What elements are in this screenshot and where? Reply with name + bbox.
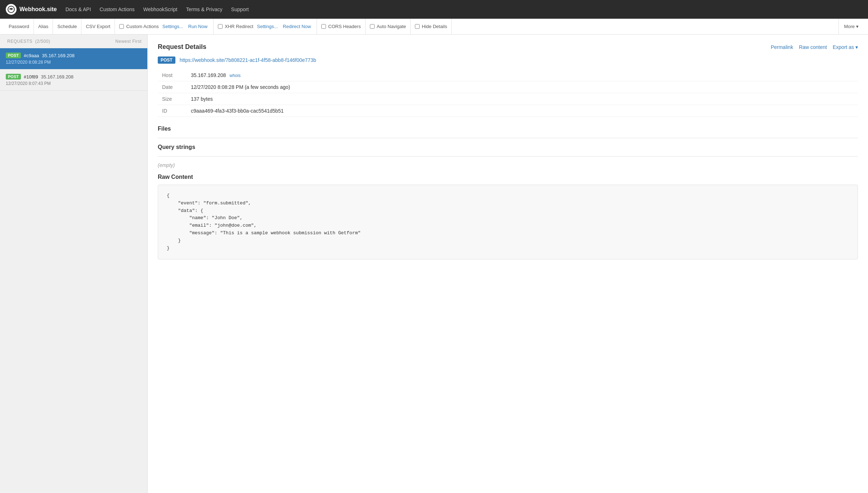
hide-details-checkbox[interactable] <box>415 24 420 29</box>
request-ip: 35.167.169.208 <box>41 74 73 80</box>
toolbar-custom-actions[interactable]: Custom Actions Settings... Run Now <box>115 19 214 34</box>
request-time: 12/27/2020 8:08:28 PM <box>6 60 142 65</box>
detail-table: Host 35.167.169.208 whois Date 12/27/202… <box>158 69 858 117</box>
size-label: Size <box>158 93 187 105</box>
permalink-link[interactable]: Permalink <box>771 44 793 50</box>
query-strings-title: Query strings <box>158 144 858 150</box>
main-layout: REQUESTS (2/500) Newest First POST #c9aa… <box>0 35 868 493</box>
toolbar-auto-navigate[interactable]: Auto Navigate <box>366 19 411 34</box>
date-label: Date <box>158 81 187 93</box>
request-id: #10f89 <box>24 74 38 80</box>
nav-docs-api[interactable]: Docs & API <box>66 6 91 12</box>
toolbar-xhr-redirect[interactable]: XHR Redirect Settings... Redirect Now <box>214 19 317 34</box>
export-as-link[interactable]: Export as ▾ <box>833 44 858 50</box>
method-badge: POST <box>6 74 21 80</box>
toolbar-cors-headers[interactable]: CORS Headers <box>317 19 365 34</box>
toolbar-csv-export[interactable]: CSV Export <box>81 19 115 34</box>
request-details-title: Request Details <box>158 43 206 51</box>
xhr-redirect-now[interactable]: Redirect Now <box>281 24 312 29</box>
logo-text: Webhook.site <box>19 6 57 13</box>
table-row: ID c9aaa469-4fa3-43f3-bb0a-cac5541d5b51 <box>158 105 858 117</box>
logo-link[interactable]: Webhook.site <box>6 4 57 15</box>
host-value: 35.167.169.208 <box>191 72 226 78</box>
table-row: Size 137 bytes <box>158 93 858 105</box>
request-item[interactable]: POST #c9aaa 35.167.169.208 12/27/2020 8:… <box>0 48 147 69</box>
toolbar-schedule[interactable]: Schedule <box>53 19 81 34</box>
chevron-down-icon: ▾ <box>856 24 859 29</box>
request-details-header: Request Details Permalink Raw content Ex… <box>158 43 858 51</box>
request-time: 12/27/2020 8:07:43 PM <box>6 81 142 86</box>
header-actions: Permalink Raw content Export as ▾ <box>771 44 858 50</box>
top-nav: Webhook.site Docs & API Custom Actions W… <box>0 0 868 19</box>
size-value: 137 bytes <box>187 93 858 105</box>
id-value: c9aaa469-4fa3-43f3-bb0a-cac5541d5b51 <box>187 105 858 117</box>
method-badge: POST <box>6 53 21 58</box>
raw-content-body: { "event": "form.submitted", "data": { "… <box>158 185 858 259</box>
nav-terms-privacy[interactable]: Terms & Privacy <box>186 6 222 12</box>
date-value: 12/27/2020 8:08:28 PM (a few seconds ago… <box>187 81 858 93</box>
raw-content-link[interactable]: Raw content <box>799 44 827 50</box>
cors-headers-checkbox[interactable] <box>321 24 326 29</box>
table-row: Date 12/27/2020 8:08:28 PM (a few second… <box>158 81 858 93</box>
auto-navigate-checkbox[interactable] <box>370 24 375 29</box>
custom-actions-run-now[interactable]: Run Now <box>187 24 209 29</box>
request-url[interactable]: https://webhook.site/7b808221-ac1f-4f58-… <box>180 57 316 63</box>
request-id: #c9aaa <box>24 53 39 58</box>
content-area: Request Details Permalink Raw content Ex… <box>148 35 868 493</box>
query-strings-divider <box>158 156 858 157</box>
svg-point-1 <box>10 9 12 10</box>
request-item-top: POST #10f89 35.167.169.208 <box>6 74 142 80</box>
request-ip: 35.167.169.208 <box>42 53 75 58</box>
sidebar-header: REQUESTS (2/500) Newest First <box>0 35 147 48</box>
toolbar-more-button[interactable]: More ▾ <box>838 19 864 34</box>
sidebar: REQUESTS (2/500) Newest First POST #c9aa… <box>0 35 148 493</box>
nav-webhookscript[interactable]: WebhookScript <box>143 6 178 12</box>
sort-button[interactable]: Newest First <box>115 39 142 44</box>
request-item-top: POST #c9aaa 35.167.169.208 <box>6 53 142 58</box>
nav-custom-actions[interactable]: Custom Actions <box>100 6 135 12</box>
request-item[interactable]: POST #10f89 35.167.169.208 12/27/2020 8:… <box>0 69 147 91</box>
toolbar: Password Alias Schedule CSV Export Custo… <box>0 19 868 35</box>
custom-actions-checkbox[interactable] <box>119 24 124 29</box>
whois-link[interactable]: whois <box>229 73 241 78</box>
files-divider <box>158 138 858 138</box>
xhr-redirect-checkbox[interactable] <box>218 24 223 29</box>
toolbar-alias[interactable]: Alias <box>34 19 53 34</box>
nav-support[interactable]: Support <box>231 6 249 12</box>
requests-label: REQUESTS <box>7 39 32 44</box>
id-label: ID <box>158 105 187 117</box>
url-row: POST https://webhook.site/7b808221-ac1f-… <box>158 56 858 64</box>
raw-content-title: Raw Content <box>158 174 858 180</box>
chevron-down-icon: ▾ <box>855 44 858 50</box>
custom-actions-settings[interactable]: Settings... <box>161 24 185 29</box>
table-row: Host 35.167.169.208 whois <box>158 69 858 81</box>
query-strings-empty: (empty) <box>158 162 858 168</box>
toolbar-hide-details[interactable]: Hide Details <box>411 19 452 34</box>
requests-count: (2/500) <box>35 39 50 44</box>
request-method-badge: POST <box>158 56 175 64</box>
toolbar-password[interactable]: Password <box>4 19 34 34</box>
logo-icon <box>6 4 17 15</box>
xhr-redirect-settings[interactable]: Settings... <box>255 24 279 29</box>
host-label: Host <box>158 69 187 81</box>
files-title: Files <box>158 126 858 132</box>
